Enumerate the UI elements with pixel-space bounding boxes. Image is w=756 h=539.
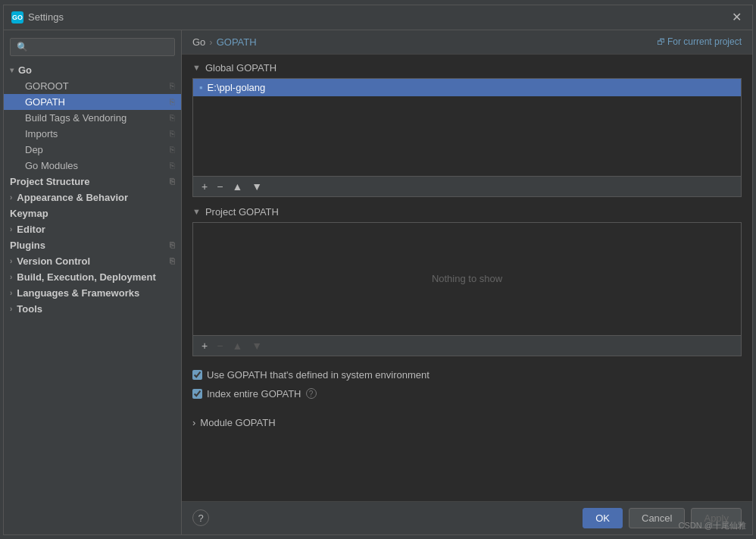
dep-copy-icon: ⎘ [170,145,175,154]
module-gopath-section[interactable]: › Module GOPATH [192,412,742,433]
sidebar-item-build-tags[interactable]: Build Tags & Vendoring ⎘ [4,110,181,126]
sidebar-item-plugins[interactable]: Plugins ⎘ [4,237,181,253]
sidebar-item-tools-label: Tools [17,303,42,315]
sidebar-item-keymap-label: Keymap [10,208,48,219]
close-button[interactable]: ✕ [729,10,745,25]
global-gopath-toolbar: + − ▲ ▼ [192,177,742,197]
sidebar-item-go-label: Go [18,64,32,76]
sidebar-item-dep-label: Dep [25,144,43,155]
project-remove-button[interactable]: − [213,339,226,353]
footer: ? OK Cancel Apply [182,501,752,534]
use-gopath-env-row: Use GOPATH that's defined in system envi… [192,365,742,384]
editor-expand-arrow: › [10,225,12,233]
main-content: ▾ Go GOROOT ⎘ GOPATH ⎘ Build Tags & Vend… [4,30,752,534]
cancel-button[interactable]: Cancel [629,508,685,528]
sidebar-item-go-modules[interactable]: Go Modules ⎘ [4,158,181,174]
section-gap-1 [192,197,742,206]
sidebar-item-languages-label: Languages & Frameworks [17,287,139,299]
sidebar: ▾ Go GOROOT ⎘ GOPATH ⎘ Build Tags & Vend… [4,30,182,534]
global-path-value: E:\ppl-golang [208,82,266,93]
go-modules-copy-icon: ⎘ [170,161,175,170]
global-gopath-collapse[interactable]: ▼ [192,63,201,72]
empty-message: Nothing to show [432,243,502,315]
global-add-button[interactable]: + [198,180,211,193]
imports-copy-icon: ⎘ [170,129,175,138]
gopath-copy-icon: ⎘ [170,97,175,106]
index-entire-row: Index entire GOPATH ? [192,384,742,403]
sidebar-item-version-control[interactable]: › Version Control ⎘ [4,253,181,269]
for-project-icon: 🗗 [657,37,665,46]
index-entire-checkbox[interactable] [192,389,202,399]
project-structure-copy-icon: ⎘ [170,177,175,186]
global-gopath-header: ▼ Global GOPATH [192,62,742,74]
global-remove-button[interactable]: − [213,180,226,193]
apply-button[interactable]: Apply [691,508,742,528]
section-gap-3 [192,403,742,412]
section-gap-2 [192,356,742,365]
sidebar-item-keymap[interactable]: Keymap [4,205,181,221]
languages-expand-arrow: › [10,289,12,297]
plugins-copy-icon: ⎘ [170,240,175,249]
ok-button[interactable]: OK [583,508,623,528]
project-gopath-list: Nothing to show [192,222,742,336]
sidebar-item-imports-label: Imports [25,128,58,139]
sidebar-item-project-structure[interactable]: Project Structure ⎘ [4,174,181,190]
project-add-button[interactable]: + [198,339,211,353]
breadcrumb-current: GOPATH [217,36,257,48]
project-gopath-label: Project GOPATH [205,206,279,218]
use-gopath-env-label[interactable]: Use GOPATH that's defined in system envi… [207,369,430,381]
sidebar-item-tools[interactable]: › Tools [4,301,181,317]
sidebar-item-appearance-label: Appearance & Behavior [17,192,128,203]
sidebar-item-appearance[interactable]: › Appearance & Behavior [4,190,181,205]
content-body: ▼ Global GOPATH ▪ E:\ppl-golang + − ▲ ▼ [182,55,752,501]
version-control-expand-arrow: › [10,257,12,265]
index-entire-label[interactable]: Index entire GOPATH [207,388,301,400]
global-gopath-list: ▪ E:\ppl-golang [192,78,742,177]
global-up-button[interactable]: ▲ [228,180,246,193]
sidebar-item-languages[interactable]: › Languages & Frameworks [4,285,181,301]
content-area: Go › GOPATH 🗗 For current project ▼ Glob… [182,30,752,534]
global-path-item[interactable]: ▪ E:\ppl-golang [193,79,741,96]
breadcrumb: Go › GOPATH [192,36,257,48]
search-input[interactable] [10,38,175,56]
content-header: Go › GOPATH 🗗 For current project [182,30,752,55]
sidebar-item-version-control-label: Version Control [17,255,90,267]
sidebar-item-build-tags-label: Build Tags & Vendoring [25,112,127,124]
global-down-button[interactable]: ▼ [248,180,266,193]
project-down-button[interactable]: ▼ [248,339,266,353]
for-project-link[interactable]: 🗗 For current project [657,36,742,47]
folder-icon: ▪ [199,82,203,93]
project-up-button[interactable]: ▲ [228,339,246,353]
title-bar-left: GO Settings [11,11,64,24]
build-tags-copy-icon: ⎘ [170,113,175,122]
project-gopath-toolbar: + − ▲ ▼ [192,336,742,356]
project-gopath-collapse[interactable]: ▼ [192,207,201,216]
project-gopath-header: ▼ Project GOPATH [192,206,742,218]
dialog-title: Settings [28,11,64,23]
go-expand-arrow: ▾ [10,66,14,74]
breadcrumb-root: Go [192,36,205,48]
sidebar-item-goroot[interactable]: GOROOT ⎘ [4,78,181,94]
index-entire-help-icon[interactable]: ? [306,388,317,399]
appearance-expand-arrow: › [10,193,12,202]
sidebar-item-go-modules-label: Go Modules [25,160,78,171]
sidebar-item-build-exec[interactable]: › Build, Execution, Deployment [4,269,181,285]
global-gopath-label: Global GOPATH [205,62,276,74]
module-gopath-label: Module GOPATH [200,417,275,428]
sidebar-item-project-structure-label: Project Structure [10,176,89,187]
help-button[interactable]: ? [192,509,209,526]
sidebar-item-gopath-label: GOPATH [25,96,65,108]
sidebar-item-editor-label: Editor [17,224,45,235]
sidebar-item-go[interactable]: ▾ Go [4,62,181,78]
sidebar-item-build-exec-label: Build, Execution, Deployment [17,271,155,283]
sidebar-item-editor[interactable]: › Editor [4,221,181,237]
build-exec-expand-arrow: › [10,273,12,281]
module-gopath-collapse-icon: › [192,417,195,428]
title-bar: GO Settings ✕ [4,5,752,30]
use-gopath-env-checkbox[interactable] [192,370,202,380]
sidebar-item-plugins-label: Plugins [10,240,45,251]
sidebar-item-dep[interactable]: Dep ⎘ [4,142,181,158]
sidebar-item-imports[interactable]: Imports ⎘ [4,126,181,142]
sidebar-item-gopath[interactable]: GOPATH ⎘ [4,94,181,110]
breadcrumb-separator: › [209,36,212,48]
